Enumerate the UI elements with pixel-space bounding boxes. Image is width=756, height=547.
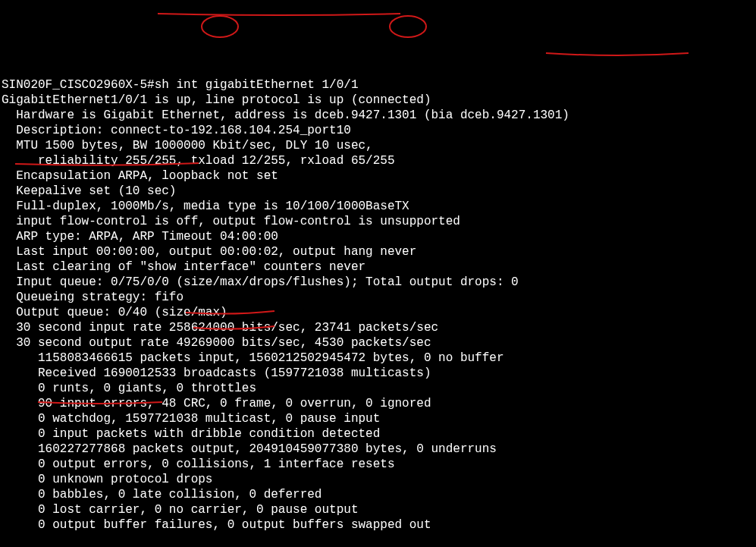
output-line: 90 input errors, 48 CRC, 0 frame, 0 over… [2, 397, 431, 410]
output-line: 0 babbles, 0 late collision, 0 deferred [2, 488, 322, 501]
annotation-underline-mac [546, 53, 689, 55]
prompt-line: SIN020F_CISCO2960X-5#sh int gigabitEther… [2, 78, 358, 92]
output-line: GigabitEthernet1/0/1 is up, line protoco… [2, 93, 431, 107]
output-line: Last clearing of "show interface" counte… [2, 260, 365, 274]
output-line: 0 input packets with dribble condition d… [2, 427, 380, 441]
output-line: Keepalive set (10 sec) [2, 184, 176, 198]
output-line: 0 unknown protocol drops [2, 473, 212, 486]
output-line: Input queue: 0/75/0/0 (size/max/drops/fl… [2, 275, 519, 289]
output-line: Hardware is Gigabit Ethernet, address is… [2, 108, 569, 122]
output-line: Queueing strategy: fifo [2, 291, 184, 304]
annotation-underline-command [158, 14, 400, 15]
output-line: 0 lost carrier, 0 no carrier, 0 pause ou… [2, 503, 358, 517]
output-line: 1158083466615 packets input, 15602125029… [2, 351, 504, 365]
output-line: 0 watchdog, 1597721038 multicast, 0 paus… [2, 412, 380, 426]
output-line: Encapsulation ARPA, loopback not set [2, 169, 278, 183]
output-line: 0 output errors, 0 collisions, 1 interfa… [2, 457, 394, 471]
output-line: 30 second input rate 258624000 bits/sec,… [2, 321, 438, 335]
prompt: SIN020F_CISCO2960X-5# [2, 78, 155, 92]
output-line: 0 runts, 0 giants, 0 throttles [2, 382, 256, 395]
output-line: Received 1690012533 broadcasts (15977210… [2, 366, 431, 380]
annotation-circle-up1 [202, 16, 238, 37]
output-line: input flow-control is off, output flow-c… [2, 215, 460, 228]
output-line: Output queue: 0/40 (size/max) [2, 306, 227, 319]
output-line: Description: connect-to-192.168.104.254_… [2, 124, 351, 137]
output-line: ARP type: ARPA, ARP Timeout 04:00:00 [2, 230, 278, 244]
output-line: reliability 255/255, txload 12/255, rxlo… [2, 154, 394, 168]
output-line: Last input 00:00:00, output 00:00:02, ou… [2, 245, 416, 259]
output-line: Full-duplex, 1000Mb/s, media type is 10/… [2, 200, 409, 213]
terminal-output: SIN020F_CISCO2960X-5#sh int gigabitEther… [2, 62, 754, 533]
output-line: 30 second output rate 49269000 bits/sec,… [2, 336, 431, 350]
annotation-circle-up2 [390, 16, 426, 37]
command: sh int gigabitEthernet 1/0/1 [155, 78, 359, 92]
output-line: 160227277868 packets output, 20491045907… [2, 442, 497, 456]
output-line: 0 output buffer failures, 0 output buffe… [2, 518, 431, 532]
output-line: MTU 1500 bytes, BW 1000000 Kbit/sec, DLY… [2, 139, 373, 152]
